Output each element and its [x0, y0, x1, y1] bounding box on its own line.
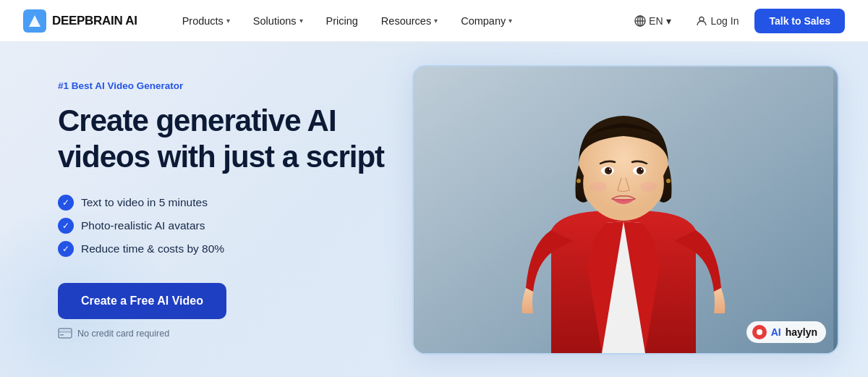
nav-links: Products ▾ Solutions ▾ Pricing Resources… — [172, 11, 626, 31]
svg-point-23 — [640, 182, 658, 192]
video-panel: AI haylyn — [412, 65, 839, 355]
avatar-name: haylyn — [786, 326, 817, 338]
nav-pricing[interactable]: Pricing — [316, 11, 368, 31]
badge-dot-inner — [757, 329, 762, 335]
avatar-container: AI haylyn — [414, 67, 838, 353]
hero-headline: Create generative AI videos with just a … — [58, 103, 405, 174]
language-selector[interactable]: EN ▾ — [626, 11, 679, 31]
nav-resources[interactable]: Resources ▾ — [371, 11, 448, 31]
credit-card-icon — [58, 328, 72, 339]
svg-rect-10 — [60, 334, 64, 336]
nav-right: EN ▾ Log In Talk to Sales — [626, 9, 845, 33]
talk-to-sales-button[interactable]: Talk to Sales — [754, 9, 845, 33]
avatar-badge: AI haylyn — [746, 321, 826, 343]
hero-badge: #1 Best AI Video Generator — [58, 80, 405, 91]
feature-item: ✓ Text to video in 5 minutes — [58, 195, 405, 211]
check-icon: ✓ — [58, 218, 74, 234]
hero-section: #1 Best AI Video Generator Create genera… — [0, 42, 868, 377]
feature-item: ✓ Reduce time & costs by 80% — [58, 241, 405, 257]
no-credit-label: No credit card required — [58, 328, 405, 339]
chevron-down-icon: ▾ — [299, 17, 303, 25]
nav-products[interactable]: Products ▾ — [172, 11, 240, 31]
svg-rect-9 — [59, 331, 72, 333]
check-icon: ✓ — [58, 241, 74, 257]
svg-point-24 — [576, 179, 581, 183]
chevron-down-icon: ▾ — [434, 17, 438, 25]
check-icon: ✓ — [58, 195, 74, 211]
features-list: ✓ Text to video in 5 minutes ✓ Photo-rea… — [58, 195, 405, 257]
navbar: DEEPBRAIN AI Products ▾ Solutions ▾ Pric… — [0, 0, 868, 42]
login-button[interactable]: Log In — [684, 10, 751, 32]
nav-company[interactable]: Company ▾ — [451, 11, 522, 31]
nav-solutions[interactable]: Solutions ▾ — [243, 11, 313, 31]
globe-icon — [634, 15, 646, 27]
feature-item: ✓ Photo-realistic AI avatars — [58, 218, 405, 234]
user-icon — [696, 15, 707, 27]
brand-name: DEEPBRAIN AI — [52, 14, 137, 28]
svg-point-17 — [609, 169, 610, 170]
hero-content: #1 Best AI Video Generator Create genera… — [58, 80, 405, 339]
chevron-down-icon: ▾ — [226, 17, 230, 25]
svg-point-25 — [666, 179, 671, 183]
logo-icon — [23, 9, 46, 33]
svg-point-21 — [641, 169, 642, 170]
badge-dot — [752, 325, 767, 339]
chevron-down-icon: ▾ — [666, 15, 671, 27]
svg-rect-8 — [59, 329, 72, 338]
chevron-down-icon: ▾ — [509, 17, 512, 25]
logo[interactable]: DEEPBRAIN AI — [23, 9, 137, 33]
badge-ai-label: AI — [771, 326, 781, 338]
avatar-figure — [414, 65, 833, 353]
create-video-button[interactable]: Create a Free AI Video — [58, 283, 226, 319]
svg-point-22 — [590, 182, 607, 192]
